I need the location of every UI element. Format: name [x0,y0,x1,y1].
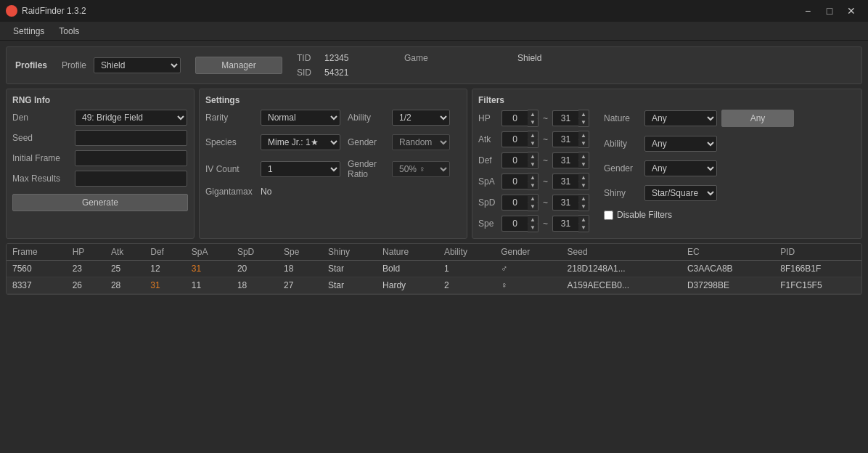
gender-label: Gender [348,137,388,147]
spa-min-up[interactable]: ▲ [528,174,538,181]
col-spa: SpA [186,244,232,261]
col-nature: Nature [377,244,438,261]
gender-filter-select[interactable]: Any [644,160,717,176]
filters-panel: Filters HP ▲ ▼ ~ [472,89,862,239]
results-table-panel: Frame HP Atk Def SpA SpD Spe Shiny Natur… [6,243,862,295]
spa-tilde: ~ [543,176,548,187]
iv-count-label: IV Count [205,164,256,174]
game-info: Game Shield [404,53,541,63]
atk-max-down[interactable]: ▼ [578,139,589,147]
disable-filters-label[interactable]: Disable Filters [617,210,672,220]
def-max-input[interactable] [552,152,578,168]
filters-title: Filters [478,95,856,105]
atk-max-up[interactable]: ▲ [578,131,589,139]
gender-row: Gender Random [348,134,461,150]
menu-settings[interactable]: Settings [6,24,52,38]
shiny-filter-row: Shiny Star/Square Star Square [604,185,794,201]
spe-filter-label: Spe [478,219,499,229]
atk-min-spinbox: ▲ ▼ [501,131,539,148]
hp-filter-row: HP ▲ ▼ ~ ▲ [478,110,589,127]
def-max-down[interactable]: ▼ [578,160,589,168]
table-row[interactable]: 8337262831111827StarHardy2♀A159AECEB0...… [7,277,861,294]
profile-row: Profile Shield [62,57,181,73]
spa-filter-label: SpA [478,176,499,187]
col-ec: EC [681,244,774,261]
gender-select[interactable]: Random [392,134,450,150]
atk-min-up[interactable]: ▲ [528,131,538,139]
col-spd: SpD [232,244,278,261]
gender-ratio-row: Gender Ratio 50% ♀ [348,159,461,179]
spd-max-up[interactable]: ▲ [578,195,589,203]
max-results-input[interactable]: 10000 [75,171,187,187]
atk-min-down[interactable]: ▼ [528,139,538,147]
nature-filter-select[interactable]: Any [644,110,717,126]
spe-min-down[interactable]: ▼ [528,224,538,232]
tid-value: 12345 [324,53,382,63]
def-min-down[interactable]: ▼ [528,160,538,168]
generate-button[interactable]: Generate [12,194,188,211]
spe-max-input[interactable] [552,216,578,232]
spe-max-up[interactable]: ▲ [578,216,589,224]
hp-max-input[interactable] [552,110,578,126]
spe-min-up[interactable]: ▲ [528,216,538,224]
shiny-filter-select[interactable]: Star/Square Star Square [644,185,717,201]
profile-select[interactable]: Shield [94,57,181,73]
atk-filter-row: Atk ▲ ▼ ~ ▲ [478,131,589,148]
settings-title: Settings [205,95,461,105]
ability-select[interactable]: 1/2 HA [392,110,450,126]
hp-min-input[interactable] [501,110,528,126]
sid-label: SID [297,68,319,78]
spd-min-up[interactable]: ▲ [528,195,538,203]
close-button[interactable]: ✕ [840,0,862,22]
spa-min-input[interactable] [501,174,528,189]
spa-max-input[interactable] [552,174,578,189]
game-value: Shield [517,53,541,63]
settings-panel: Settings Rarity Normal Rare Ability 1/2 … [199,89,467,239]
gender-ratio-label: Gender Ratio [348,159,388,179]
disable-filters-checkbox[interactable] [604,211,613,220]
titlebar: RaidFinder 1.3.2 − □ ✕ [0,0,868,22]
iv-count-select[interactable]: 1 [261,161,340,177]
iv-count-row: IV Count 1 [205,159,340,179]
spa-max-up[interactable]: ▲ [578,174,589,181]
spd-min-input[interactable] [501,195,528,211]
manager-button[interactable]: Manager [195,57,282,74]
hp-min-up[interactable]: ▲ [528,110,538,118]
ability-filter-select[interactable]: Any [644,136,717,152]
spd-max-down[interactable]: ▼ [578,203,589,211]
hp-min-down[interactable]: ▼ [528,118,538,126]
species-select[interactable]: Mime Jr.: 1★ [261,134,340,150]
hp-max-down[interactable]: ▼ [578,118,589,126]
gender-ratio-select[interactable]: 50% ♀ [392,161,450,177]
atk-min-input[interactable] [501,131,528,147]
initial-frame-input[interactable]: 1 [75,150,187,166]
def-min-up[interactable]: ▲ [528,152,538,160]
spa-max-down[interactable]: ▼ [578,181,589,189]
maximize-button[interactable]: □ [819,0,840,22]
spd-min-down[interactable]: ▼ [528,203,538,211]
nature-filter-btn[interactable]: Any [721,110,794,127]
atk-max-spinbox: ▲ ▼ [552,131,589,148]
spd-tilde: ~ [543,197,548,208]
atk-max-input[interactable] [552,131,578,147]
ability-filter-row: Ability Any [604,136,794,152]
spd-min-spinbox: ▲ ▼ [501,194,539,211]
menu-tools[interactable]: Tools [52,24,86,38]
den-select[interactable]: 49: Bridge Field [75,110,187,126]
rarity-select[interactable]: Normal Rare [261,110,340,126]
spe-max-down[interactable]: ▼ [578,224,589,232]
table-row[interactable]: 7560232512312018StarBold1♂218D1248A1...C… [7,261,861,277]
def-min-spinbox: ▲ ▼ [501,152,539,169]
spd-max-input[interactable] [552,195,578,211]
minimize-button[interactable]: − [797,0,819,22]
spe-max-spinbox: ▲ ▼ [552,215,589,232]
col-ability: Ability [438,244,495,261]
profiles-panel: Profiles Profile Shield Manager TID 1234… [6,46,862,84]
def-min-input[interactable] [501,152,528,168]
def-max-up[interactable]: ▲ [578,152,589,160]
hp-max-up[interactable]: ▲ [578,110,589,118]
spa-min-down[interactable]: ▼ [528,181,538,189]
seed-input[interactable]: cfa738978afdfb33 [75,130,187,146]
spe-min-input[interactable] [501,216,528,232]
den-label: Den [12,113,70,123]
